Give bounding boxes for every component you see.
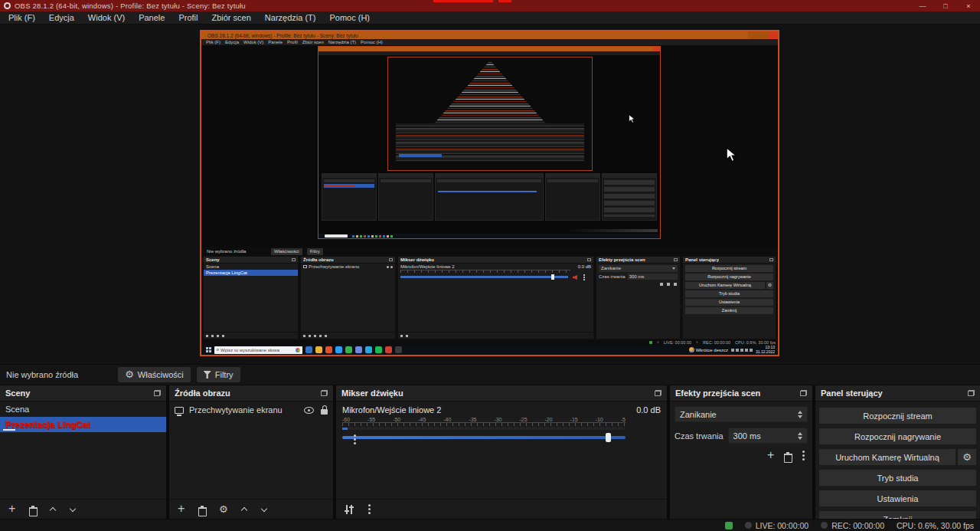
captured-channel-level: 0.0 dB	[578, 264, 591, 269]
source-item[interactable]: Przechwytywanie ekranu	[169, 402, 333, 418]
recursive-transitions-dock	[545, 173, 600, 221]
sources-dock-header[interactable]: Źródła obrazu	[169, 385, 333, 402]
sources-dock-toolbar	[169, 499, 333, 519]
scenes-dock: Sceny Scena Prezentacja LingCat	[0, 385, 166, 519]
menu-zbior-scen[interactable]: Zbiór scen	[204, 11, 257, 25]
add-source-button[interactable]	[177, 505, 185, 514]
captured-scene-item: Scena	[204, 264, 298, 270]
menu-pomoc[interactable]: Pomoc (H)	[322, 11, 377, 25]
move-source-down-button[interactable]	[261, 506, 268, 513]
source-properties-button[interactable]	[219, 505, 228, 514]
recursive-taskbar	[318, 234, 660, 238]
remove-transition-button[interactable]	[784, 451, 792, 461]
popout-icon[interactable]	[655, 390, 662, 396]
transition-menu-icon[interactable]	[802, 454, 805, 457]
volume-scale-ticks	[342, 422, 626, 426]
recursive-scene-row	[324, 179, 374, 182]
scene-item[interactable]: Scena	[0, 402, 166, 417]
captured-source-item: Przechwytywanie ekranu	[301, 264, 395, 270]
menu-panele[interactable]: Panele	[132, 11, 172, 25]
captured-source-label: Przechwytywanie ekranu	[309, 264, 359, 269]
scene-item-selected[interactable]: Prezentacja LingCat	[0, 417, 166, 432]
recursive-controls-dock	[602, 173, 657, 221]
transition-select[interactable]: Zanikanie	[675, 406, 808, 422]
mixer-dock-header[interactable]: Mikser dźwięku	[336, 385, 667, 402]
add-scene-button[interactable]	[8, 505, 16, 514]
cpu-label: CPU: 0.6%, 30.00 fps	[897, 521, 974, 530]
popout-icon[interactable]	[154, 390, 161, 396]
titlebar-red-artifact	[433, 0, 493, 2]
recursion-window-stack	[396, 123, 584, 162]
captured-no-source-label: Nie wybrano źródła	[207, 249, 266, 254]
captured-stream-health-icon	[649, 341, 652, 344]
remove-source-button[interactable]	[198, 505, 206, 514]
remove-scene-button[interactable]	[29, 505, 37, 514]
dock-area: Sceny Scena Prezentacja LingCat Źródła o…	[0, 385, 980, 520]
source-toolbar: Nie wybrano źródła Właściwości Filtry	[0, 364, 980, 385]
captured-dock-toolbar	[301, 332, 395, 339]
virtual-camera-settings-button[interactable]	[958, 449, 976, 465]
spinner-up-icon[interactable]	[798, 432, 802, 435]
mixer-menu-icon[interactable]	[368, 508, 371, 510]
captured-transition-buttons	[599, 283, 677, 286]
scenes-dock-title: Sceny	[5, 388, 30, 398]
captured-duration-label: Czas trwania	[599, 274, 626, 279]
recursive-sources-dock	[378, 173, 433, 221]
settings-button[interactable]: Ustawienia	[819, 490, 976, 506]
move-scene-down-button[interactable]	[70, 506, 77, 513]
captured-sources-title: Źródła obrazu	[303, 257, 334, 262]
studio-mode-button[interactable]: Tryb studia	[819, 470, 976, 486]
volume-slider-handle[interactable]	[606, 433, 611, 442]
popout-icon[interactable]	[968, 390, 975, 396]
captured-filters-button: Filtry	[307, 248, 323, 255]
advanced-audio-icon[interactable]	[344, 505, 354, 514]
menu-plik[interactable]: Plik (F)	[2, 11, 42, 25]
spinner-down-icon[interactable]	[798, 437, 802, 440]
captured-start-recording-button: Rozpocznij nagrywanie	[685, 274, 773, 280]
visibility-eye-icon[interactable]	[304, 407, 314, 414]
menu-profil[interactable]: Profil	[172, 11, 204, 25]
captured-scenes-title: Sceny	[206, 257, 220, 262]
live-label: LIVE: 00:00:00	[756, 521, 808, 530]
preview-canvas[interactable]: OBS 28.1.2 (64-bit, windows) - Profile: …	[0, 25, 980, 364]
popout-icon[interactable]	[800, 390, 807, 396]
volume-slider[interactable]	[342, 436, 626, 439]
captured-titlebar: OBS 28.1.2 (64-bit, windows) - Profile: …	[201, 31, 778, 39]
popout-icon[interactable]	[321, 390, 328, 396]
transitions-dock-title: Efekty przejścia scen	[675, 388, 760, 398]
popout-icon	[292, 258, 296, 261]
taskbar-tray-icons	[731, 349, 753, 352]
minimize-button[interactable]: —	[911, 0, 934, 11]
recursive-scenes-dock	[322, 173, 377, 221]
transitions-dock-header[interactable]: Efekty przejścia scen	[670, 385, 812, 402]
start-streaming-button[interactable]: Rozpocznij stream	[819, 408, 976, 424]
captured-controls-title: Panel sterujący	[685, 257, 719, 262]
move-source-up-button[interactable]	[241, 506, 248, 513]
cpu-status: CPU: 0.6%, 30.00 fps	[897, 521, 974, 530]
duration-input[interactable]: 300 ms	[728, 428, 808, 444]
spinner-down-icon[interactable]	[798, 415, 802, 418]
spinner-up-icon[interactable]	[798, 411, 802, 414]
menu-widok[interactable]: Widok (V)	[81, 11, 132, 25]
lock-icon[interactable]	[321, 409, 328, 415]
exit-button[interactable]: Zamknij	[819, 511, 976, 519]
transition-buttons	[675, 451, 808, 461]
close-button[interactable]: ×	[957, 0, 980, 11]
statusbar: LIVE: 00:00:00 REC: 00:00:00 CPU: 0.6%, …	[0, 519, 980, 531]
add-transition-button[interactable]	[766, 451, 775, 461]
captured-channel-menu-icon	[583, 277, 585, 278]
transition-value: Zanikanie	[680, 410, 717, 419]
maximize-button[interactable]: □	[934, 0, 957, 11]
menu-edycja[interactable]: Edycja	[42, 11, 81, 25]
start-recording-button[interactable]: Rozpocznij nagrywanie	[819, 428, 976, 444]
screen-capture-source[interactable]: OBS 28.1.2 (64-bit, windows) - Profile: …	[200, 30, 779, 356]
virtual-camera-button[interactable]: Uruchom Kamerę Wirtualną	[819, 449, 956, 465]
move-scene-up-button[interactable]	[50, 506, 57, 513]
titlebar-red-artifact	[498, 0, 511, 2]
controls-dock-header[interactable]: Panel sterujący	[815, 385, 980, 402]
scenes-dock-header[interactable]: Sceny	[0, 385, 166, 402]
filters-button[interactable]: Filtry	[197, 367, 240, 382]
menu-narzedzia[interactable]: Narzędzia (T)	[258, 11, 323, 25]
captured-menu-item: Pomoc (H)	[358, 40, 385, 44]
properties-button[interactable]: Właściwości	[118, 367, 191, 382]
